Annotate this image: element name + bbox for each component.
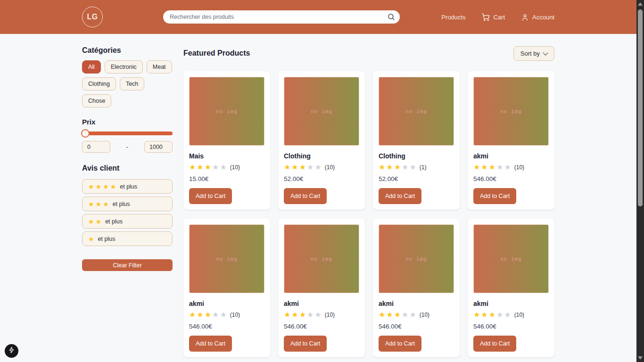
star-icon: ★ (504, 164, 511, 171)
nav-account-label: Account (532, 14, 554, 21)
star-icon: ★ (299, 311, 306, 319)
product-price: 52.00€ (284, 175, 359, 182)
star-icon: ★ (307, 164, 314, 171)
review-filter-1-stars[interactable]: ★et plus (82, 231, 173, 246)
category-chip-tech[interactable]: Tech (120, 77, 144, 90)
reviews-filter: Avis client ★★★★et plus★★★et plus★★et pl… (82, 164, 173, 246)
add-to-cart-button[interactable]: Add to Cart (473, 336, 516, 352)
product-rating: ★★★★★ (10) (284, 164, 359, 171)
category-chip-chose[interactable]: Chose (82, 94, 111, 107)
product-name: akmi (473, 152, 549, 160)
review-options: ★★★★et plus★★★et plus★★et plus★et plus (82, 179, 173, 246)
review-filter-label: et plus (120, 183, 137, 190)
star-icon: ★ (212, 164, 219, 171)
star-icon: ★ (394, 311, 401, 319)
review-filter-4-stars[interactable]: ★★★★et plus (82, 179, 173, 194)
review-filter-label: et plus (113, 201, 130, 207)
product-rating: ★★★★★ (10) (379, 311, 454, 319)
review-filter-2-stars[interactable]: ★★et plus (82, 214, 173, 229)
product-card: no img Clothing ★★★★★ (1) 52.00€ Add to … (373, 71, 460, 210)
star-icon: ★ (96, 183, 102, 190)
nav-account[interactable]: Account (521, 13, 554, 21)
sort-by-button[interactable]: Sort by (513, 46, 554, 61)
product-name: akmi (189, 300, 264, 307)
price-title: Prix (82, 118, 173, 126)
star-icon: ★ (197, 311, 203, 319)
devtools-fab-button[interactable] (5, 344, 18, 358)
star-icon: ★ (284, 311, 290, 319)
scrollbar-down-arrow[interactable] (638, 356, 643, 360)
add-to-cart-button[interactable]: Add to Cart (473, 188, 516, 204)
search-input[interactable] (163, 10, 400, 24)
star-icon: ★ (220, 164, 226, 171)
category-list: AllElectronicMeatClothingTechChose (82, 60, 173, 107)
product-image-placeholder[interactable]: no img (473, 77, 549, 146)
product-image-placeholder[interactable]: no img (284, 77, 359, 146)
logo[interactable]: LG (82, 7, 103, 27)
header-nav: Products Cart Account (441, 13, 554, 21)
star-icon: ★ (205, 311, 211, 319)
page-title: Featured Products (183, 46, 250, 58)
category-chip-all[interactable]: All (82, 60, 101, 74)
nav-products[interactable]: Products (441, 14, 465, 21)
add-to-cart-button[interactable]: Add to Cart (189, 336, 232, 352)
price-min-input[interactable] (82, 141, 110, 153)
product-name: Clothing (379, 152, 454, 160)
search-icon[interactable] (388, 13, 395, 21)
star-icon: ★ (88, 218, 94, 225)
star-icon: ★ (314, 311, 321, 319)
product-image-placeholder[interactable]: no img (189, 224, 264, 293)
star-icon: ★ (88, 236, 94, 242)
product-card: no img Mais ★★★★★ (10) 15.00€ Add to Car… (183, 71, 270, 210)
star-icon: ★ (473, 311, 480, 319)
star-icon: ★ (481, 311, 487, 319)
star-icon: ★ (96, 201, 102, 207)
product-image-placeholder[interactable]: no img (473, 224, 549, 293)
chevron-down-icon (543, 50, 548, 55)
product-image-placeholder[interactable]: no img (189, 77, 264, 146)
star-icon: ★ (88, 201, 94, 207)
vertical-scrollbar[interactable] (636, 0, 644, 362)
review-count: (10) (325, 164, 335, 171)
product-price: 15.00€ (189, 175, 264, 182)
category-chip-electronic[interactable]: Electronic (105, 60, 143, 74)
product-image-placeholder[interactable]: no img (379, 77, 454, 146)
review-filter-3-stars[interactable]: ★★★et plus (82, 197, 173, 211)
category-chip-clothing[interactable]: Clothing (82, 77, 116, 90)
star-icon: ★ (291, 164, 298, 171)
nav-cart[interactable]: Cart (481, 13, 505, 21)
star-icon: ★ (220, 311, 226, 319)
star-icon: ★ (205, 164, 211, 171)
price-slider-thumb[interactable] (81, 129, 90, 138)
reviews-title: Avis client (82, 164, 173, 173)
add-to-cart-button[interactable]: Add to Cart (379, 336, 421, 352)
price-max-input[interactable] (144, 141, 173, 153)
review-count: (10) (420, 312, 429, 318)
star-icon: ★ (379, 311, 385, 319)
star-icon: ★ (212, 311, 219, 319)
lightning-icon (8, 346, 15, 355)
star-icon: ★ (481, 164, 487, 171)
product-grid: no img Mais ★★★★★ (10) 15.00€ Add to Car… (183, 71, 554, 362)
product-card: no img akmi ★★★★★ (10) 546.00€ Add to Ca… (468, 219, 554, 357)
product-card: no img akmi ★★★★★ (10) 546.00€ Add to Ca… (183, 219, 270, 357)
star-icon: ★ (103, 183, 109, 190)
product-price: 546.00€ (473, 175, 549, 182)
product-name: Clothing (284, 152, 359, 160)
star-icon: ★ (473, 164, 480, 171)
add-to-cart-button[interactable]: Add to Cart (284, 188, 327, 204)
product-image-placeholder[interactable]: no img (284, 224, 359, 293)
categories-title: Catégories (82, 46, 173, 55)
add-to-cart-button[interactable]: Add to Cart (189, 188, 232, 204)
star-icon: ★ (189, 311, 196, 319)
product-image-placeholder[interactable]: no img (379, 224, 454, 293)
add-to-cart-button[interactable]: Add to Cart (379, 188, 421, 204)
scrollbar-thumb[interactable] (638, 9, 643, 206)
product-rating: ★★★★★ (10) (284, 311, 359, 319)
category-chip-meat[interactable]: Meat (147, 60, 172, 74)
add-to-cart-button[interactable]: Add to Cart (284, 336, 327, 352)
clear-filter-button[interactable]: Clear Filter (82, 259, 173, 271)
product-card: no img Clothing ★★★★★ (10) 52.00€ Add to… (278, 71, 365, 210)
scrollbar-up-arrow[interactable] (638, 2, 643, 6)
price-slider[interactable] (82, 132, 173, 135)
